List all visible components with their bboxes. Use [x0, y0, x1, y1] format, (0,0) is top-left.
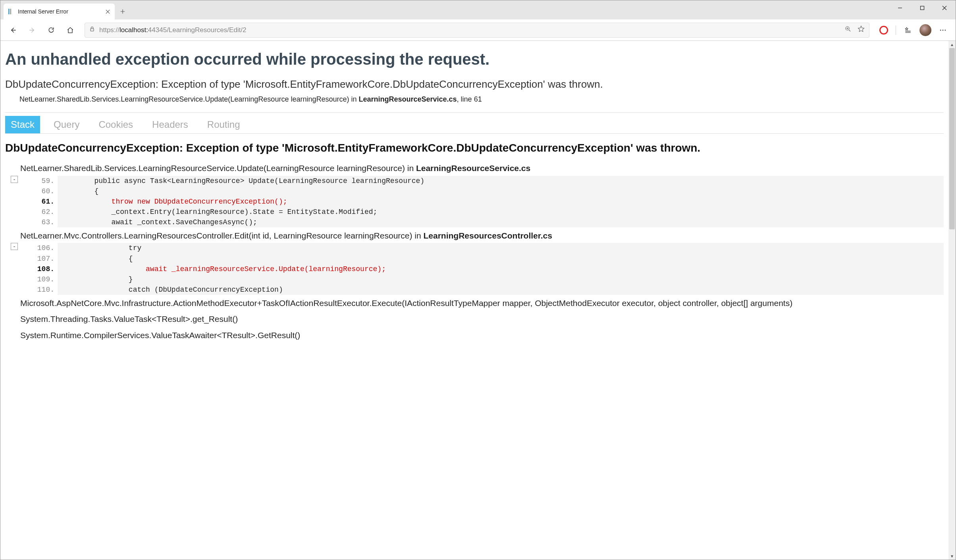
stack-frames: NetLearner.SharedLib.Services.LearningRe…	[5, 162, 944, 295]
code-text: throw new DbUpdateConcurrencyException()…	[58, 196, 944, 207]
code-line: 106. try	[25, 243, 944, 253]
stack-frame: NetLearner.SharedLib.Services.LearningRe…	[5, 162, 944, 227]
scroll-down-icon[interactable]: ▼	[948, 552, 956, 560]
menu-button[interactable]	[935, 22, 951, 38]
tab-title: Internal Server Error	[18, 8, 68, 15]
window-minimize-button[interactable]	[889, 0, 911, 15]
frame-header-file: LearningResourcesController.cs	[424, 231, 552, 240]
code-line: 61. throw new DbUpdateConcurrencyExcepti…	[25, 196, 944, 207]
code-text: }	[58, 274, 944, 285]
line-number: 62.	[25, 207, 58, 217]
svg-point-5	[940, 29, 941, 31]
scroll-thumb[interactable]	[949, 48, 955, 229]
page-content: An unhandled exception occurred while pr…	[0, 41, 948, 560]
svg-point-6	[943, 29, 944, 31]
extension-icon[interactable]	[876, 22, 892, 38]
line-number: 106.	[25, 243, 58, 253]
collapse-button[interactable]: -	[11, 243, 18, 250]
zoom-icon[interactable]	[844, 25, 852, 35]
svg-rect-2	[921, 6, 924, 10]
separator	[5, 112, 944, 113]
tab-stack[interactable]: Stack	[5, 116, 40, 133]
collapse-button[interactable]: -	[11, 176, 18, 183]
scrollbar[interactable]: ▲ ▼	[948, 41, 956, 560]
browser-window: Internal Server Error	[0, 0, 956, 560]
code-text: await _learningResourceService.Update(le…	[58, 264, 944, 274]
detail-tabs: Stack Query Cookies Headers Routing	[5, 116, 944, 134]
forward-button[interactable]	[24, 22, 40, 38]
line-number: 108.	[25, 264, 58, 274]
svg-point-7	[945, 29, 946, 31]
code-line: 108. await _learningResourceService.Upda…	[25, 264, 944, 274]
code-line: 62. _context.Entry(learningResource).Sta…	[25, 207, 944, 217]
window-controls	[889, 0, 956, 15]
profile-button[interactable]	[917, 22, 933, 38]
tab-cookies[interactable]: Cookies	[93, 116, 139, 133]
code-text: _context.Entry(learningResource).State =…	[58, 207, 944, 217]
line-number: 61.	[25, 196, 58, 207]
svg-rect-1	[10, 9, 11, 14]
exception-location-prefix: NetLearner.SharedLib.Services.LearningRe…	[19, 95, 358, 103]
tab-favicon-icon	[8, 8, 14, 15]
code-text: await _context.SaveChangesAsync();	[58, 217, 944, 227]
code-text: {	[58, 254, 944, 264]
stack-frame-simple[interactable]: System.Threading.Tasks.ValueTask<TResult…	[20, 313, 944, 325]
stack-frame-simple[interactable]: Microsoft.AspNetCore.Mvc.Infrastructure.…	[20, 297, 944, 309]
svg-rect-3	[91, 29, 94, 31]
tab-query[interactable]: Query	[48, 116, 85, 133]
code-line: 107. {	[25, 254, 944, 264]
code-line: 63. await _context.SaveChangesAsync();	[25, 217, 944, 227]
code-text: try	[58, 243, 944, 253]
stack-frame-header[interactable]: NetLearner.SharedLib.Services.LearningRe…	[20, 162, 944, 174]
svg-rect-0	[8, 9, 10, 14]
stack-frame-body: -59. public async Task<LearningResource>…	[5, 176, 944, 227]
refresh-button[interactable]	[43, 22, 59, 38]
stack-frame-body: -106. try107. {108. await _learningResou…	[5, 243, 944, 294]
window-close-button[interactable]	[933, 0, 956, 15]
viewport: An unhandled exception occurred while pr…	[0, 41, 956, 560]
favorite-icon[interactable]	[857, 25, 865, 35]
url-host: localhost:	[120, 26, 148, 34]
back-button[interactable]	[5, 22, 21, 38]
exception-location-file: LearningResourceService.cs	[358, 95, 457, 103]
favorites-list-icon[interactable]	[900, 22, 916, 38]
stack-frames-simple: Microsoft.AspNetCore.Mvc.Infrastructure.…	[5, 297, 944, 341]
code-text: catch (DbUpdateConcurrencyException)	[58, 285, 944, 295]
code-line: 59. public async Task<LearningResource> …	[25, 176, 944, 186]
toolbar-divider	[896, 25, 896, 35]
tab-close-icon[interactable]	[104, 8, 111, 15]
address-bar[interactable]: https://localhost:44345/LearningResource…	[85, 23, 869, 38]
window-maximize-button[interactable]	[911, 0, 933, 15]
toolbar: https://localhost:44345/LearningResource…	[0, 19, 956, 41]
exception-summary: DbUpdateConcurrencyException: Exception …	[5, 78, 944, 91]
tab-bar: Internal Server Error	[0, 0, 956, 19]
toolbar-right	[876, 22, 951, 38]
stack-frame: NetLearner.Mvc.Controllers.LearningResou…	[5, 230, 944, 295]
home-button[interactable]	[62, 22, 78, 38]
code-line: 110. catch (DbUpdateConcurrencyException…	[25, 285, 944, 295]
line-number: 59.	[25, 176, 58, 186]
scroll-up-icon[interactable]: ▲	[948, 41, 956, 48]
line-number: 109.	[25, 274, 58, 285]
line-number: 107.	[25, 254, 58, 264]
page-title: An unhandled exception occurred while pr…	[5, 50, 944, 68]
url-path: 44345/LearningResources/Edit/2	[148, 26, 247, 34]
code-line: 109. }	[25, 274, 944, 285]
line-number: 60.	[25, 186, 58, 196]
tab-headers[interactable]: Headers	[146, 116, 194, 133]
exception-location: NetLearner.SharedLib.Services.LearningRe…	[19, 95, 944, 104]
frame-header-prefix: NetLearner.Mvc.Controllers.LearningResou…	[20, 231, 424, 240]
code-text: {	[58, 186, 944, 196]
url-scheme: https://	[99, 26, 120, 34]
line-number: 63.	[25, 217, 58, 227]
browser-tab[interactable]: Internal Server Error	[4, 4, 115, 19]
line-number: 110.	[25, 285, 58, 295]
stack-frame-header[interactable]: NetLearner.Mvc.Controllers.LearningResou…	[20, 230, 944, 241]
exception-location-suffix: , line 61	[457, 95, 482, 103]
exception-heading: DbUpdateConcurrencyException: Exception …	[5, 141, 944, 155]
tab-routing[interactable]: Routing	[202, 116, 246, 133]
avatar	[919, 24, 931, 36]
stack-frame-simple[interactable]: System.Runtime.CompilerServices.ValueTas…	[20, 329, 944, 341]
new-tab-button[interactable]	[115, 4, 131, 19]
url-text: https://localhost:44345/LearningResource…	[99, 26, 246, 34]
